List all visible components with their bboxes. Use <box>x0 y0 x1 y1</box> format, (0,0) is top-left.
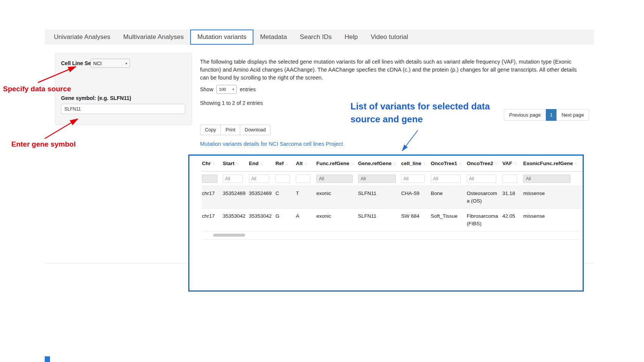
tab-multivariate-analyses[interactable]: Multivariate Analyses <box>117 30 190 45</box>
cell-ref: G <box>275 212 296 220</box>
next-page-button[interactable]: Next page <box>556 109 589 121</box>
cell-oncotree1: Soft_Tissue <box>431 212 467 220</box>
table-body: chr173535246935352469CTexonicSLFN11CHA-5… <box>202 186 583 231</box>
tab-help[interactable]: Help <box>338 30 364 45</box>
column-label: OncoTree1 <box>431 161 457 166</box>
tab-video-tutorial[interactable]: Video tutorial <box>364 30 414 45</box>
filter-cell-chr <box>202 175 223 183</box>
show-label: Show <box>200 86 213 92</box>
cell-line-set-label: Cell Line Set <box>61 60 93 66</box>
entries-label: entries <box>240 86 256 92</box>
filter-input-ref[interactable] <box>275 175 290 183</box>
sort-icon: ↑↓ <box>423 161 425 165</box>
filter-input-start[interactable] <box>223 175 243 183</box>
cell-ref: C <box>275 190 296 197</box>
column-label: Ref <box>275 161 284 166</box>
table-caption-link[interactable]: Mutation variants details for NCI Sarcom… <box>200 141 343 147</box>
nav-tabs: Univariate AnalysesMultivariate Analyses… <box>47 30 414 45</box>
cell-gene-refgene: SLFN11 <box>358 190 401 197</box>
page-number-active[interactable]: 1 <box>546 109 556 121</box>
nav-bar: Univariate AnalysesMultivariate Analyses… <box>45 30 594 45</box>
filter-cell-alt <box>296 175 316 183</box>
arrow-to-table <box>402 130 418 151</box>
cell-chr: chr17 <box>202 212 223 220</box>
gene-symbol-input[interactable] <box>61 104 185 114</box>
filter-input-end[interactable] <box>249 175 269 183</box>
tab-metadata[interactable]: Metadata <box>253 30 293 45</box>
entries-count-value: 100 <box>219 87 226 92</box>
table-header-row: Chr↑↓Start↑↓End↑↓Ref↑↓Alt↑↓Func.refGene↑… <box>202 156 583 172</box>
filter-input-oncotree2[interactable] <box>467 175 496 183</box>
filter-input-vaf[interactable] <box>502 175 517 183</box>
filter-input-cell-line[interactable] <box>401 175 425 183</box>
cell-oncotree1: Bone <box>431 190 467 197</box>
cell-func-refgene: exonic <box>316 212 358 220</box>
cell-line-set-value: NCI <box>93 61 102 66</box>
footer-accent <box>45 356 50 362</box>
column-header-chr[interactable]: Chr↑↓ <box>202 161 223 166</box>
copy-button[interactable]: Copy <box>200 125 221 135</box>
column-label: OncoTree2 <box>467 161 493 166</box>
entries-count-select[interactable]: 100 ▾ <box>216 85 237 94</box>
filter-cell-oncotree2 <box>467 175 502 183</box>
filter-cell-oncotree1 <box>431 175 467 183</box>
cell-start: 35352469 <box>223 190 249 197</box>
previous-page-button[interactable]: Previous page <box>504 109 546 121</box>
column-header-gene-refgene[interactable]: Gene.refGene↑↓ <box>358 161 401 166</box>
cell-end: 35353042 <box>249 212 275 220</box>
sort-icon: ↑↓ <box>459 161 461 165</box>
filter-input-oncotree1[interactable] <box>431 175 461 183</box>
gene-symbol-label: Gene symbol: (e.g. SLFN11) <box>61 95 131 101</box>
column-header-func-refgene[interactable]: Func.refGene↑↓ <box>316 161 358 166</box>
horizontal-scrollbar-thumb[interactable] <box>213 234 245 237</box>
cell-oncotree2: Fibrosarcoma (FIBS) <box>467 212 502 227</box>
cell-line-set-select[interactable]: NCI ▾ <box>91 59 130 68</box>
column-header-vaf[interactable]: VAF↑↓ <box>502 161 523 166</box>
column-header-cell-line[interactable]: cell_line↑↓ <box>401 161 431 166</box>
filter-select-exonicfunc-refgene[interactable]: All <box>523 175 571 183</box>
pagination: Previous page 1 Next page <box>504 109 589 121</box>
horizontal-scrollbar-track[interactable] <box>202 231 583 240</box>
column-label: VAF <box>502 161 512 166</box>
sort-icon: ↑↓ <box>574 161 577 165</box>
cell-cell-line: SW 684 <box>401 212 431 220</box>
download-button[interactable]: Download <box>240 125 271 135</box>
column-label: Gene.refGene <box>358 161 392 166</box>
filter-input-alt[interactable] <box>296 175 310 183</box>
table-row-1[interactable]: chr173535246935352469CTexonicSLFN11CHA-5… <box>202 186 583 209</box>
show-entries-control: Show 100 ▾ entries <box>200 85 256 94</box>
cell-alt: T <box>296 190 316 197</box>
sort-icon: ↑↓ <box>495 161 497 165</box>
column-header-start[interactable]: Start↑↓ <box>223 161 249 166</box>
annotation-enter-gene-symbol: Enter gene symbol <box>11 140 76 148</box>
sort-icon: ↑↓ <box>351 161 353 165</box>
column-header-oncotree1[interactable]: OncoTree1↑↓ <box>431 161 467 166</box>
tab-mutation-variants[interactable]: Mutation variants <box>190 30 253 45</box>
column-label: Alt <box>296 161 303 166</box>
column-header-end[interactable]: End↑↓ <box>249 161 275 166</box>
variants-table: Chr↑↓Start↑↓End↑↓Ref↑↓Alt↑↓Func.refGene↑… <box>188 154 584 292</box>
column-label: Chr <box>202 161 211 166</box>
sort-icon: ↑↓ <box>236 161 238 165</box>
filter-cell-exonicfunc-refgene: All <box>523 175 576 183</box>
column-header-alt[interactable]: Alt↑↓ <box>296 161 316 166</box>
column-header-ref[interactable]: Ref↑↓ <box>275 161 296 166</box>
filter-select-chr[interactable] <box>202 175 217 183</box>
sort-icon: ↑↓ <box>393 161 395 165</box>
cell-chr: chr17 <box>202 190 223 197</box>
column-label: Start <box>223 161 234 166</box>
filter-select-gene-refgene[interactable]: All <box>358 175 396 183</box>
filter-cell-end <box>249 175 275 183</box>
table-row-2[interactable]: chr173535304235353042GAexonicSLFN11SW 68… <box>202 209 583 231</box>
column-header-oncotree2[interactable]: OncoTree2↑↓ <box>467 161 502 166</box>
print-button[interactable]: Print <box>220 125 240 135</box>
column-header-exonicfunc-refgene[interactable]: ExonicFunc.refGene↑↓ <box>523 161 576 166</box>
filter-select-func-refgene[interactable]: All <box>316 175 353 183</box>
tab-univariate-analyses[interactable]: Univariate Analyses <box>47 30 117 45</box>
cell-oncotree2: Osteosarcoma (OS) <box>467 190 502 204</box>
filter-cell-gene-refgene: All <box>358 175 401 183</box>
filter-cell-start <box>223 175 249 183</box>
variants-table-inner: Chr↑↓Start↑↓End↑↓Ref↑↓Alt↑↓Func.refGene↑… <box>189 156 583 240</box>
tab-search-ids[interactable]: Search IDs <box>293 30 338 45</box>
column-label: ExonicFunc.refGene <box>523 161 573 166</box>
